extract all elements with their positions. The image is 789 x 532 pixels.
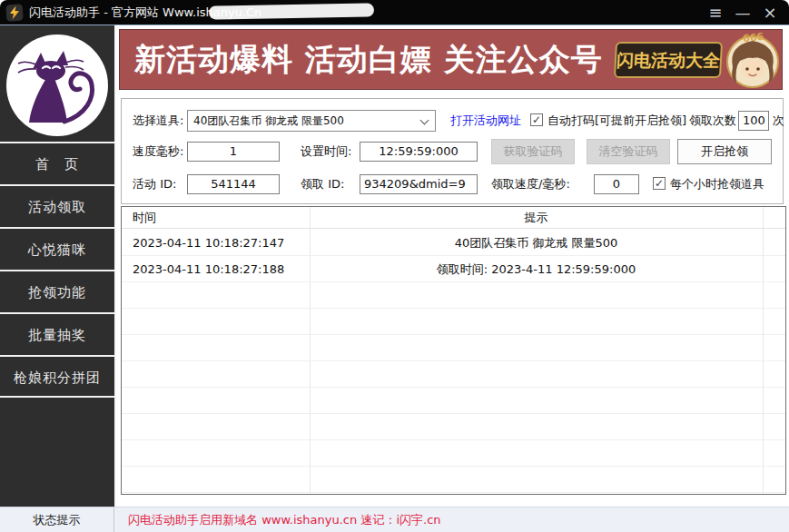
sidebar-item-batch-lottery[interactable]: 批量抽奖 [0,312,114,355]
cell-message: 40团队召集币 御龙戒 限量500 [310,230,763,256]
table-header: 时间 提示 [122,207,785,229]
mascot-avatar: 666 [724,31,782,89]
minimize-icon[interactable]: — [731,0,754,25]
speed-ms-input[interactable]: 1 [187,142,280,162]
sidebar-item-xinyue-cat[interactable]: 心悦猫咪 [0,227,114,270]
header-time: 时间 [133,207,156,229]
menu-icon[interactable]: ≡ [704,0,727,25]
sidebar-item-home[interactable]: 首 页 [0,142,114,184]
control-panel: 选择道具: 40团队召集币 御龙戒 限量500 打开活动网址 ✓ 自动打码[可提… [121,98,784,204]
sidebar: 首 页 活动领取 心悦猫咪 抢领功能 批量抽奖 枪娘积分拼团 [0,25,116,507]
open-activity-url-link[interactable]: 打开活动网址 [450,110,521,132]
auto-code-label: 自动打码[可提前开启抢领] [547,110,686,132]
status-label: 状态提示 [0,507,114,532]
activity-id-input[interactable]: 541144 [187,174,280,194]
promo-banner[interactable]: 新活动爆料 活动白嫖 关注公众号 闪电活动大全 666 [119,29,783,90]
item-select[interactable]: 40团队召集币 御龙戒 限量500 [187,110,436,132]
start-grab-button[interactable]: 开启抢领 [677,139,772,164]
status-bar: 状态提示 闪电活动助手启用新域名 www.ishanyu.cn 速记：i闪宇.c… [0,507,789,532]
cell-time: 2023-04-11 10:18:27:188 [133,256,284,282]
set-time-input[interactable]: 12:59:59:000 [360,142,478,162]
claim-times-label: 领取次数 [689,110,736,132]
speed-ms-label: 速度毫秒: [133,141,183,163]
hourly-grab-label: 每个小时抢领道具 [670,173,764,195]
select-item-label: 选择道具: [133,110,183,132]
sidebar-item-grab-function[interactable]: 抢领功能 [0,270,114,312]
banner-badge: 闪电活动大全 [614,42,723,78]
table-row[interactable]: 2023-04-11 10:18:27:188 领取时间: 2023-4-11 … [122,256,785,282]
hourly-grab-checkbox[interactable]: ✓ [653,177,666,190]
cell-message: 领取时间: 2023-4-11 12:59:59:000 [310,256,763,282]
item-select-value: 40团队召集币 御龙戒 限量500 [193,114,344,127]
badge-666-text: 666 [743,31,765,44]
claim-speed-label: 领取速度/毫秒: [491,173,570,195]
main-content: 新活动爆料 活动白嫖 关注公众号 闪电活动大全 666 选择道具: [116,25,789,507]
claim-id-label: 领取 ID: [301,173,344,195]
sidebar-item-activity-claim[interactable]: 活动领取 [0,184,114,227]
claim-id-input[interactable]: 934209&dmid=9 [360,174,478,194]
close-icon[interactable]: × [758,0,782,25]
cat-logo [6,34,108,136]
claim-times-input[interactable]: 100 [738,111,769,131]
clear-captcha-button[interactable]: 清空验证码 [587,139,670,164]
chevron-down-icon [420,116,429,125]
claim-speed-input[interactable]: 0 [594,174,639,194]
set-time-label: 设置时间: [301,141,351,163]
status-message: 闪电活动助手启用新域名 www.ishanyu.cn 速记：i闪宇.cn [128,507,441,532]
redaction-smudge [209,3,374,19]
lightning-logo-icon [5,4,24,22]
cell-time: 2023-04-11 10:18:27:147 [133,230,284,256]
activity-id-label: 活动 ID: [133,173,176,195]
table-row[interactable]: 2023-04-11 10:18:27:147 40团队召集币 御龙戒 限量50… [122,230,785,256]
claim-times-unit: 次 [773,110,784,132]
banner-headline: 新活动爆料 活动白嫖 关注公众号 [134,30,603,89]
auto-code-checkbox[interactable]: ✓ [530,113,543,126]
sidebar-item-points-group[interactable]: 枪娘积分拼团 [0,355,114,398]
log-table: 时间 提示 2023-04-11 10:18:27:147 40团队召集币 御龙… [121,206,786,495]
sidebar-menu: 首 页 活动领取 心悦猫咪 抢领功能 批量抽奖 枪娘积分拼团 [0,142,114,398]
get-captcha-button[interactable]: 获取验证码 [491,139,575,164]
header-message: 提示 [310,207,763,229]
app-window: 闪电活动助手 - 官方网站 Www.ishanyu.Cn ≡ — × [0,0,789,532]
title-bar: 闪电活动助手 - 官方网站 Www.ishanyu.Cn ≡ — × [0,0,789,25]
empty-rows-area [122,282,785,494]
